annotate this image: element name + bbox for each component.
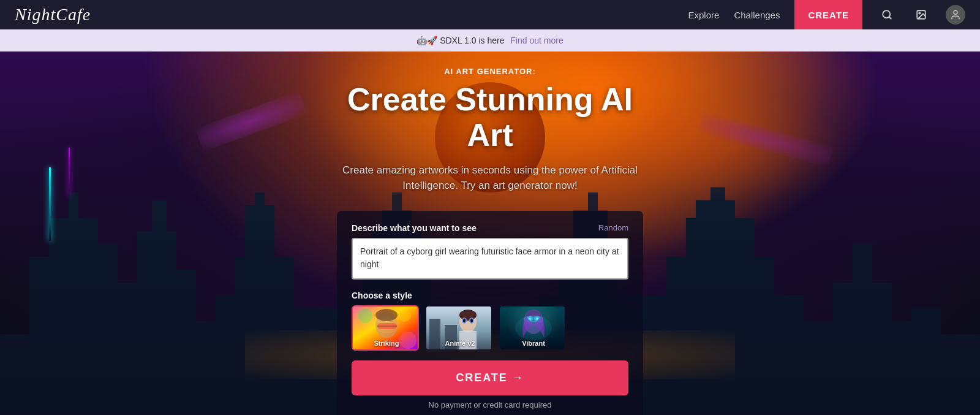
hero-section: AI ART GENERATOR: Create Stunning AI Art…	[0, 51, 980, 415]
banner-text: SDXL 1.0 is here	[440, 36, 504, 45]
nav-create-button[interactable]: CREATE	[794, 0, 862, 29]
style-name-striking: Striking	[353, 340, 419, 347]
svg-point-24	[526, 310, 541, 324]
form-label-row: Describe what you want to see Random	[352, 223, 628, 233]
navbar-right: Explore Challenges CREATE	[688, 0, 965, 29]
image-icon[interactable]	[911, 5, 931, 25]
svg-point-25	[527, 316, 533, 321]
search-icon[interactable]	[877, 5, 897, 25]
style-card-anime[interactable]: Anime v2	[425, 305, 492, 351]
hero-content: AI ART GENERATOR: Create Stunning AI Art…	[337, 67, 643, 415]
create-button-label: CREATE →	[456, 371, 524, 384]
prompt-input[interactable]: Portrait of a cyborg girl wearing futuri…	[352, 238, 628, 280]
hero-subtitle: AI ART GENERATOR:	[337, 67, 643, 76]
random-link[interactable]: Random	[598, 223, 628, 232]
svg-point-27	[529, 318, 531, 320]
creation-form: Describe what you want to see Random Por…	[337, 211, 643, 415]
nav-explore[interactable]: Explore	[688, 10, 720, 20]
style-card-vibrant[interactable]: Vibrant	[499, 305, 566, 351]
style-image-striking: Striking	[353, 306, 419, 349]
svg-point-10	[358, 308, 372, 323]
neon-accent-left	[49, 167, 51, 241]
style-name-vibrant: Vibrant	[500, 340, 566, 347]
style-image-anime: Anime v2	[426, 306, 492, 349]
svg-point-23	[524, 310, 543, 334]
style-name-anime: Anime v2	[426, 340, 492, 347]
style-image-vibrant: Vibrant	[500, 306, 566, 349]
banner-emoji: 🤖🚀	[417, 36, 437, 45]
avatar[interactable]	[946, 5, 965, 25]
svg-point-28	[536, 318, 538, 320]
no-payment-text: No payment or credit card required	[352, 400, 628, 409]
nav-challenges[interactable]: Challenges	[734, 10, 780, 20]
hero-description: Create amazing artworks in seconds using…	[337, 162, 643, 194]
svg-line-1	[889, 17, 891, 18]
svg-point-21	[470, 319, 473, 322]
style-card-striking[interactable]: Striking	[352, 305, 419, 351]
svg-point-16	[459, 311, 477, 332]
navbar: NightCafe Explore Challenges CREATE	[0, 0, 980, 29]
svg-point-26	[534, 316, 540, 321]
svg-rect-29	[524, 317, 543, 322]
style-label: Choose a style	[352, 291, 628, 300]
svg-point-12	[399, 310, 411, 322]
banner-link[interactable]: Find out more	[510, 36, 563, 45]
svg-point-3	[919, 12, 920, 13]
svg-point-4	[954, 10, 957, 14]
svg-rect-7	[377, 323, 397, 329]
style-options: Striking	[352, 305, 628, 351]
svg-point-30	[515, 316, 552, 340]
svg-point-19	[469, 318, 474, 324]
logo[interactable]: NightCafe	[15, 5, 91, 25]
create-button[interactable]: CREATE →	[352, 360, 628, 395]
svg-point-6	[375, 311, 398, 338]
announcement-banner: 🤖🚀 SDXL 1.0 is here Find out more	[0, 29, 980, 51]
neon-accent-left2	[69, 148, 70, 197]
prompt-label: Describe what you want to see	[352, 223, 477, 233]
svg-point-18	[462, 318, 467, 324]
hero-title: Create Stunning AI Art	[337, 82, 643, 152]
svg-point-9	[375, 309, 398, 321]
svg-point-17	[459, 310, 477, 321]
svg-point-20	[463, 319, 466, 322]
